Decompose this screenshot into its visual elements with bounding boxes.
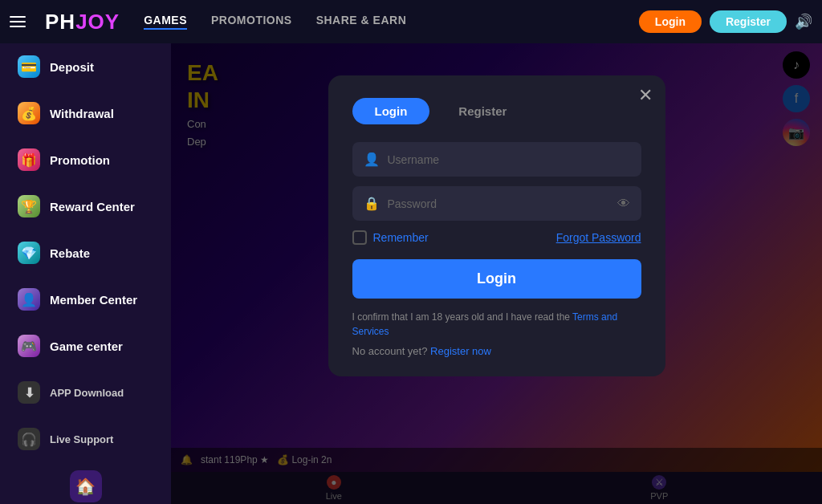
modal-overlay: ✕ Login Register 👤 🔒 👁: [171, 43, 822, 504]
sidebar-item-app-download[interactable]: ⬇ APP Download: [5, 372, 166, 413]
sidebar-bottom: ⬇ APP Download 🎧 Live Support 🏠 Lobby En…: [0, 369, 171, 504]
nav-games[interactable]: GAMES: [144, 14, 187, 30]
sidebar-item-promotion[interactable]: 🎁 Promotion: [5, 139, 166, 181]
member-icon: 👤: [18, 288, 40, 311]
sidebar-item-member[interactable]: 👤 Member Center: [5, 278, 166, 320]
lock-icon: 🔒: [364, 196, 380, 211]
password-field: 🔒 👁: [352, 186, 641, 221]
header-actions: Login Register 🔊: [639, 10, 812, 33]
sidebar-item-lobby[interactable]: 🏠 Lobby: [0, 462, 171, 504]
sidebar-label-game: Game center: [50, 339, 123, 353]
eye-icon[interactable]: 👁: [617, 197, 630, 211]
user-icon: 👤: [364, 152, 380, 167]
username-input[interactable]: [388, 153, 630, 166]
live-support-icon: 🎧: [18, 428, 40, 450]
rebate-icon: 💎: [18, 242, 40, 264]
sidebar-item-reward[interactable]: 🏆 Reward Center: [5, 185, 166, 227]
logo: PHJOY: [45, 10, 120, 35]
sidebar: 💳 Deposit 💰 Withdrawal 🎁 Promotion 🏆 Rew…: [0, 43, 171, 504]
speaker-icon[interactable]: 🔊: [795, 13, 812, 30]
remember-label[interactable]: Remember: [352, 230, 429, 245]
sidebar-label-app-download: APP Download: [50, 387, 124, 399]
sidebar-item-game[interactable]: 🎮 Game center: [5, 325, 166, 367]
sidebar-item-live-support[interactable]: 🎧 Live Support: [5, 418, 166, 460]
sidebar-label-member: Member Center: [50, 293, 137, 307]
nav-links: GAMES PROMOTIONS SHARE & EARN: [144, 14, 623, 30]
lobby-icon: 🏠: [70, 470, 102, 502]
hamburger-menu[interactable]: [10, 16, 26, 27]
withdrawal-icon: 💰: [18, 102, 40, 124]
header: PHJOY GAMES PROMOTIONS SHARE & EARN Logi…: [0, 0, 822, 43]
app-download-icon: ⬇: [18, 381, 40, 404]
remember-forgot-row: Remember Forgot Password: [352, 230, 641, 245]
sidebar-item-rebate[interactable]: 💎 Rebate: [5, 232, 166, 274]
game-icon: 🎮: [18, 335, 40, 357]
register-now-link[interactable]: Register now: [430, 345, 491, 357]
username-field: 👤: [352, 142, 641, 177]
logo-ph: PH: [45, 10, 75, 34]
login-modal: ✕ Login Register 👤 🔒 👁: [328, 75, 665, 376]
content-area: EA IN Con Dep ♪ f 📷 🔔 stant 119Php ★ 💰 L…: [171, 43, 822, 504]
terms-text: I confirm that I am 18 years old and I h…: [352, 310, 641, 339]
login-submit-button[interactable]: Login: [352, 259, 641, 299]
sidebar-label-reward: Reward Center: [50, 200, 135, 213]
modal-close-button[interactable]: ✕: [638, 87, 653, 104]
remember-text: Remember: [373, 231, 429, 244]
tab-login[interactable]: Login: [352, 98, 430, 124]
sidebar-label-withdrawal: Withdrawal: [50, 107, 114, 120]
sidebar-label-rebate: Rebate: [50, 246, 90, 260]
terms-prefix: I confirm that I am 18 years old and I h…: [352, 311, 573, 323]
promotion-icon: 🎁: [18, 148, 40, 171]
nav-share-earn[interactable]: SHARE & EARN: [316, 14, 407, 30]
register-row: No account yet? Register now: [352, 345, 641, 357]
deposit-icon: 💳: [18, 55, 40, 78]
tab-register[interactable]: Register: [436, 98, 529, 124]
sidebar-item-withdrawal[interactable]: 💰 Withdrawal: [5, 92, 166, 134]
modal-tabs: Login Register: [352, 98, 641, 124]
forgot-password-link[interactable]: Forgot Password: [556, 231, 641, 244]
sidebar-item-deposit[interactable]: 💳 Deposit: [5, 46, 166, 87]
sidebar-label-live-support: Live Support: [50, 433, 113, 445]
remember-checkbox[interactable]: [352, 230, 367, 245]
login-button[interactable]: Login: [639, 10, 702, 33]
reward-icon: 🏆: [18, 195, 40, 217]
sidebar-label-promotion: Promotion: [50, 153, 110, 167]
logo-joy: JOY: [75, 10, 120, 34]
no-account-text: No account yet?: [352, 345, 428, 357]
nav-promotions[interactable]: PROMOTIONS: [211, 14, 292, 30]
register-button[interactable]: Register: [710, 10, 787, 33]
password-input[interactable]: [388, 197, 609, 210]
main-layout: 💳 Deposit 💰 Withdrawal 🎁 Promotion 🏆 Rew…: [0, 43, 822, 504]
sidebar-label-deposit: Deposit: [50, 60, 94, 74]
